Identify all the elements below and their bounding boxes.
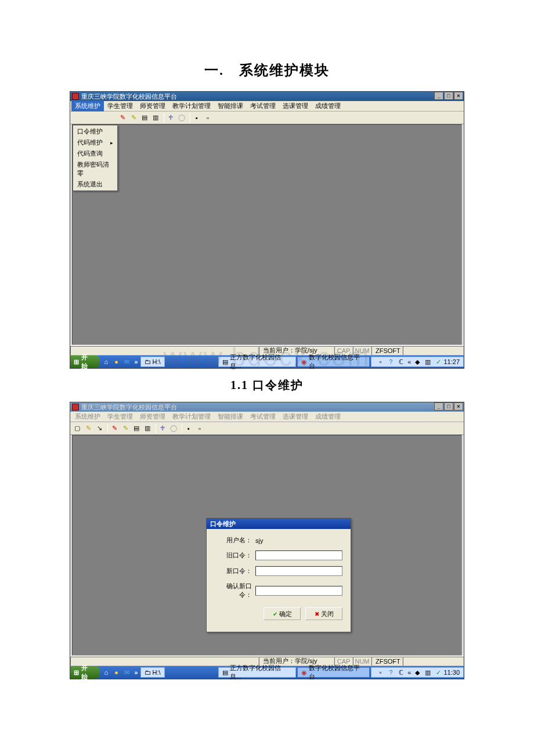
minimize-button[interactable]: _	[434, 92, 443, 100]
system-dropdown: 口令维护 代码维护▸ 代码查询 教师密码清零 系统退出	[73, 125, 118, 191]
start-button[interactable]: ⊞开始	[70, 666, 100, 679]
menu-student[interactable]: 学生管理	[104, 100, 136, 111]
close-button[interactable]: ×	[454, 402, 463, 411]
old-pw-input[interactable]	[255, 550, 342, 560]
maximize-button[interactable]: □	[444, 92, 453, 100]
menu-select[interactable]: 选课管理	[279, 100, 312, 111]
dropdown-resetpw[interactable]: 教师密码清零	[74, 159, 117, 179]
taskbar-app1[interactable]: ▤正方数字化校园信息...	[218, 667, 296, 678]
minimize-button[interactable]: _	[434, 402, 443, 411]
confirm-pw-label: 确认新口令：	[215, 582, 252, 599]
confirm-pw-input[interactable]	[255, 586, 342, 596]
tray-icon[interactable]: ✓	[434, 668, 443, 677]
dropdown-codequery[interactable]: 代码查询	[74, 148, 117, 159]
menu-exam[interactable]: 考试管理	[247, 100, 279, 111]
status-vendor: ZFSOFT	[371, 657, 403, 666]
toolbar-icon[interactable]: ♱	[158, 424, 167, 433]
menu-grade[interactable]: 成绩管理	[312, 411, 344, 422]
status-vendor: ZFSOFT	[371, 346, 403, 355]
toolbar-separator	[156, 424, 156, 433]
quicklaunch-icon[interactable]: ●	[112, 357, 121, 366]
menu-student[interactable]: 学生管理	[104, 411, 136, 422]
quicklaunch-icon[interactable]: ●	[112, 668, 121, 677]
toolbar-icon[interactable]: ✎	[84, 424, 93, 433]
menu-schedule[interactable]: 智能排课	[214, 411, 247, 422]
tray-icon[interactable]: ◆	[413, 357, 422, 366]
menu-teacher[interactable]: 师资管理	[136, 411, 169, 422]
close-button[interactable]: ✖关闭	[305, 607, 342, 620]
ok-button[interactable]: ✔确定	[264, 607, 301, 620]
taskbar-app2[interactable]: ◉数字化校园信息平台	[297, 357, 370, 367]
tray-icon[interactable]: ?	[386, 668, 395, 677]
dropdown-exit[interactable]: 系统退出	[74, 179, 117, 190]
toolbar-icon[interactable]: ▪	[184, 424, 193, 433]
system-tray[interactable]: ▫ ? ℂ « ◆ ▥ ✓ 11:27	[371, 357, 464, 367]
toolbar-icon[interactable]: ◯	[169, 424, 178, 433]
menu-grade[interactable]: 成绩管理	[312, 100, 344, 111]
taskbar-drive[interactable]: 🗀H:\	[140, 667, 165, 678]
dropdown-password[interactable]: 口令维护	[74, 126, 117, 137]
submenu-arrow-icon: ▸	[110, 140, 113, 146]
menu-plan[interactable]: 教学计划管理	[169, 411, 214, 422]
tray-icon[interactable]: ◆	[413, 668, 422, 677]
tray-icon[interactable]: ✓	[434, 357, 443, 366]
tray-icon[interactable]: ▫	[376, 357, 385, 366]
menu-schedule[interactable]: 智能排课	[214, 100, 247, 111]
toolbar-icon[interactable]: ✎	[129, 113, 138, 123]
title-bar: 重庆三峡学院数字化校园信息平台 _ □ ×	[70, 92, 464, 101]
quicklaunch-more-icon[interactable]: »	[132, 669, 140, 676]
maximize-button[interactable]: □	[444, 402, 453, 411]
toolbar-icon[interactable]: ▥	[143, 424, 152, 433]
quicklaunch-icon[interactable]: ⌂	[102, 357, 111, 366]
check-icon: ✔	[273, 611, 277, 617]
tray-icon[interactable]: ▥	[423, 668, 432, 677]
menu-plan[interactable]: 教学计划管理	[169, 100, 214, 111]
taskbar-drive[interactable]: 🗀H:\	[140, 357, 165, 367]
quicklaunch-icon[interactable]: ✉	[122, 357, 132, 366]
toolbar-icon[interactable]: ♱	[166, 113, 175, 123]
quicklaunch-more-icon[interactable]: »	[132, 358, 140, 365]
toolbar-separator	[107, 424, 108, 433]
taskbar-app2[interactable]: ◉数字化校园信息平台	[297, 667, 370, 678]
quicklaunch-icon[interactable]: ✉	[122, 668, 132, 677]
toolbar-icon[interactable]: ✎	[110, 424, 119, 433]
toolbar-icon[interactable]: ✎	[121, 424, 130, 433]
start-button[interactable]: ⊞开始	[70, 355, 100, 368]
title-bar: 重庆三峡学院数字化校园信息平台 _ □ ×	[70, 402, 464, 412]
tool-bar: ▢ ✎ ↘ ✎ ✎ ▤ ▥ ♱ ◯ ▪ ▫	[70, 422, 464, 435]
x-icon: ✖	[315, 611, 319, 617]
toolbar-icon[interactable]: ▤	[132, 424, 141, 433]
tray-icon[interactable]: ℂ	[396, 357, 406, 366]
toolbar-icon[interactable]: ◯	[177, 113, 186, 123]
toolbar-icon[interactable]: ▫	[195, 424, 204, 433]
window-title: 重庆三峡学院数字化校园信息平台	[81, 403, 177, 412]
toolbar-icon[interactable]: ▢	[73, 424, 82, 433]
taskbar-app1[interactable]: ▤正方数字化校园信息...	[218, 357, 296, 367]
toolbar-separator	[164, 113, 164, 123]
toolbar-icon[interactable]: ▤	[140, 113, 149, 123]
app-icon	[72, 93, 79, 100]
toolbar-icon[interactable]: ↘	[95, 424, 104, 433]
tray-icon[interactable]: ▫	[376, 668, 385, 677]
new-pw-label: 新口令：	[215, 567, 252, 575]
tray-clock: 11:30	[443, 669, 460, 676]
close-button[interactable]: ×	[454, 92, 463, 100]
toolbar-icon[interactable]: ▫	[203, 113, 212, 123]
toolbar-icon[interactable]: ✎	[118, 113, 127, 123]
new-pw-input[interactable]	[255, 566, 342, 576]
dropdown-codemaint[interactable]: 代码维护▸	[74, 137, 117, 148]
menu-select[interactable]: 选课管理	[279, 411, 312, 422]
task-bar: ⊞开始 ⌂ ● ✉ » 🗀H:\ ▤正方数字化校园信息... ◉数字化校园信息平…	[70, 666, 464, 679]
tray-icon[interactable]: ▥	[423, 357, 432, 366]
menu-exam[interactable]: 考试管理	[247, 411, 279, 422]
menu-system[interactable]: 系统维护	[71, 411, 104, 422]
task-bar: ⊞开始 ⌂ ● ✉ » 🗀H:\ ▤正方数字化校园信息... ◉数字化校园信息平…	[70, 355, 464, 368]
toolbar-icon[interactable]: ▪	[192, 113, 201, 123]
system-tray[interactable]: ▫ ? ℂ « ◆ ▥ ✓ 11:30	[371, 667, 464, 678]
menu-system[interactable]: 系统维护	[71, 100, 104, 111]
menu-teacher[interactable]: 师资管理	[136, 100, 169, 111]
tray-icon[interactable]: ℂ	[396, 668, 406, 677]
tray-icon[interactable]: ?	[386, 357, 395, 366]
quicklaunch-icon[interactable]: ⌂	[102, 668, 111, 677]
toolbar-icon[interactable]: ▥	[151, 113, 160, 123]
